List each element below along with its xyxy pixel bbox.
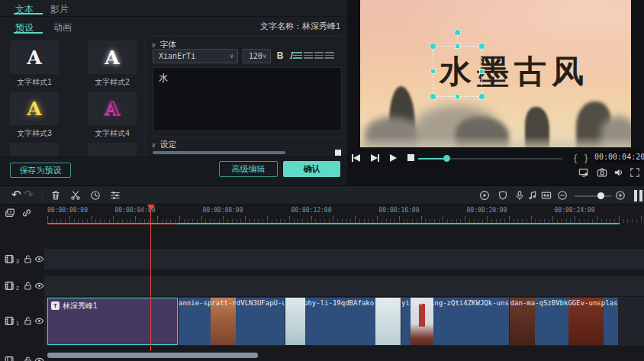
style-label-4: 文字样式4 — [88, 128, 137, 139]
mark-in-button[interactable]: { — [574, 152, 577, 163]
handle-top-right[interactable] — [478, 43, 485, 50]
text-style-card-1[interactable]: A — [10, 40, 59, 74]
selection-box[interactable] — [433, 46, 482, 97]
triangle — [353, 154, 360, 162]
timeline-zoom-slider[interactable] — [575, 195, 611, 197]
preview-scrubber[interactable] — [418, 158, 562, 160]
font-size-dropdown[interactable]: 120∨ — [243, 49, 271, 63]
handle-bottom-right[interactable] — [478, 93, 485, 100]
lock-icon[interactable] — [23, 316, 34, 327]
render-preview-icon[interactable] — [479, 190, 490, 201]
style-glyph: A — [27, 47, 41, 69]
handle-right-mid[interactable] — [479, 69, 485, 74]
tab-text-underline — [14, 13, 43, 15]
lock-icon[interactable] — [23, 254, 34, 265]
undo-icon[interactable]: ↶ — [11, 189, 22, 200]
align-justify-icon[interactable] — [325, 52, 334, 59]
track-number: 1 — [16, 321, 19, 326]
duration-clock-icon[interactable] — [90, 190, 101, 201]
handle-bottom-left[interactable] — [430, 93, 436, 100]
rotation-handle[interactable] — [454, 29, 461, 36]
play-button[interactable] — [390, 153, 397, 163]
align-right-icon[interactable] — [314, 52, 324, 59]
track-height-bar[interactable] — [639, 190, 642, 201]
marker-icon[interactable] — [497, 190, 508, 201]
handle-top-mid[interactable] — [455, 44, 460, 49]
lock-icon[interactable] — [23, 281, 34, 292]
manage-tracks-icon[interactable] — [5, 208, 15, 218]
settings-section-header[interactable]: ∨设定 — [151, 139, 177, 150]
audio-mixer-icon[interactable] — [527, 190, 538, 201]
filmora-window: 文本 影片 预设 动画 A A 文字样式1 文字样式2 A A 文字样式3 文字… — [0, 0, 644, 361]
volume-icon[interactable] — [613, 167, 624, 178]
lock-icon[interactable] — [23, 356, 34, 361]
next-frame-button[interactable] — [371, 153, 379, 163]
text-style-card-5[interactable] — [10, 143, 59, 158]
track-number: 2 — [16, 285, 19, 291]
display-settings-icon[interactable] — [578, 167, 589, 178]
style-glyph: A — [27, 98, 41, 120]
align-center-icon[interactable] — [304, 52, 313, 59]
zoom-in-icon[interactable] — [615, 190, 626, 201]
eye-icon[interactable] — [34, 254, 45, 265]
save-preset-button[interactable]: 保存为预设 — [10, 163, 71, 178]
subtab-animation[interactable]: 动画 — [53, 21, 72, 34]
playhead-handle[interactable] — [147, 205, 155, 211]
voiceover-mic-icon[interactable] — [514, 190, 525, 201]
track-height-bar[interactable] — [634, 190, 637, 201]
mark-out-button[interactable]: } — [584, 152, 588, 163]
fit-timeline-icon[interactable] — [541, 190, 552, 201]
previous-frame-button[interactable] — [352, 153, 360, 163]
properties-scrollbar[interactable] — [153, 151, 285, 154]
clip-video-1[interactable]: annie-spratt-rdVLN3UFapU-u — [179, 298, 285, 345]
timeline: ↶ ↷ 00:00:00:00 00:00:04:00 00:00:08: — [0, 185, 644, 361]
confirm-button[interactable]: 确认 — [283, 161, 340, 177]
handle-top-left[interactable] — [430, 43, 436, 50]
timecode-display: 00:00:04:20 — [594, 151, 642, 163]
track-lane-3 — [44, 249, 644, 269]
selected-range-indicator — [47, 223, 178, 224]
text-style-card-3[interactable]: A — [10, 92, 59, 125]
eye-icon[interactable] — [34, 281, 45, 292]
settings-section-label: 设定 — [160, 140, 177, 149]
scrollbar-corner[interactable] — [335, 150, 341, 156]
fullscreen-icon[interactable] — [630, 167, 640, 178]
snapshot-camera-icon[interactable] — [597, 167, 607, 178]
text-style-card-4[interactable]: A — [88, 92, 137, 125]
clip-video-2[interactable]: murphy-li-19qdBAfako-unsp — [285, 298, 401, 345]
text-style-card-6[interactable] — [88, 143, 137, 158]
tab-video[interactable]: 影片 — [50, 3, 69, 16]
align-left-icon[interactable] — [293, 52, 302, 59]
clip-video-4[interactable]: dan-ma-qSzBVbkGGEv-unsplas — [510, 298, 618, 345]
scrubber-progress — [418, 158, 446, 160]
split-scissors-icon[interactable] — [70, 190, 81, 201]
advanced-edit-button[interactable]: 高级编辑 — [219, 161, 278, 177]
handle-bottom-mid[interactable] — [455, 94, 460, 99]
font-family-value: XianErTi — [159, 52, 195, 60]
timeline-scrollbar[interactable] — [47, 353, 258, 358]
ruler-label: 00:00:08:00 — [200, 207, 246, 214]
handle-left-mid[interactable] — [430, 69, 436, 74]
bold-button[interactable]: B — [275, 49, 285, 63]
ruler-label: 00:00:16:00 — [376, 207, 422, 214]
track-lane-2 — [44, 276, 644, 296]
clip-name: 林深秀峰1 — [63, 301, 98, 311]
preview-viewport[interactable]: 水墨古风 — [360, 0, 631, 147]
clip-video-3[interactable]: yiran-ding-zQti4ZKWJQk-unsp — [401, 298, 509, 345]
scrubber-knob[interactable] — [443, 155, 450, 162]
stop-button[interactable] — [407, 154, 414, 161]
text-content-input[interactable]: 水 — [153, 67, 342, 131]
timeline-zoom-knob[interactable] — [597, 192, 604, 199]
delete-icon[interactable] — [50, 190, 61, 201]
zoom-out-icon[interactable] — [557, 190, 568, 201]
eye-icon[interactable] — [34, 316, 45, 327]
playhead-line[interactable] — [150, 210, 151, 351]
font-family-dropdown[interactable]: XianErTi∨ — [153, 49, 238, 63]
timeline-ruler[interactable]: 00:00:00:00 00:00:04:00 00:00:08:00 00:0… — [0, 205, 644, 226]
text-style-card-2[interactable]: A — [88, 40, 137, 74]
link-icon[interactable] — [21, 208, 32, 218]
clip-title[interactable]: T 林深秀峰1 — [47, 298, 178, 345]
eye-icon[interactable] — [34, 356, 45, 361]
redo-icon[interactable]: ↷ — [24, 189, 34, 200]
adjust-sliders-icon[interactable] — [110, 190, 121, 201]
